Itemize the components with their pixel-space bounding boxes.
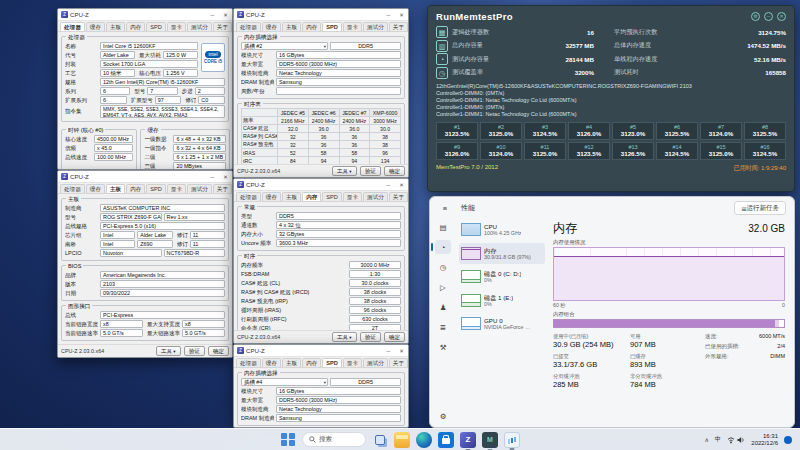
tab[interactable]: 处理器 (236, 22, 261, 31)
tab[interactable]: 主板 (282, 358, 301, 367)
menu-icon[interactable] (437, 201, 453, 215)
tab[interactable]: SPD (146, 22, 166, 31)
taskbar[interactable]: 搜索 ∧ 中 16:31 2022/12/6 (0, 428, 800, 450)
titlebar[interactable]: CPU-Z ─✕ (58, 9, 232, 21)
tab[interactable]: 显卡 (343, 192, 362, 201)
tools-button[interactable]: 工具 (332, 166, 357, 176)
tab[interactable]: 处理器 (236, 358, 261, 367)
tab[interactable]: 缓存 (86, 22, 105, 31)
tab[interactable]: 显卡 (167, 184, 186, 193)
settings-icon[interactable]: ⚙ (751, 12, 760, 21)
slot-select[interactable]: 插槽 #4 (241, 378, 328, 386)
tab[interactable]: SPD (322, 22, 342, 31)
performance-list-item[interactable]: 内存 30.9/31.8 GB (97%) (459, 243, 545, 265)
minimize-icon[interactable]: ─ (382, 179, 395, 191)
services-icon[interactable] (435, 340, 451, 354)
close-icon[interactable]: ✕ (219, 171, 232, 183)
start-button[interactable] (280, 432, 296, 448)
validate-button[interactable]: 验证 (360, 166, 381, 176)
tab[interactable]: 缓存 (262, 358, 281, 367)
cpuz-window-cpu[interactable]: CPU-Z ─✕ 处理器缓存主板内存SPD显卡测试分关于 处理器 名称Intel… (57, 8, 233, 170)
minimize-icon[interactable]: ─ (764, 12, 773, 21)
close-icon[interactable]: ✕ (395, 345, 408, 357)
tab[interactable]: 显卡 (343, 358, 362, 367)
close-icon[interactable]: ✕ (219, 9, 232, 21)
validate-button[interactable]: 验证 (184, 346, 205, 356)
tab[interactable]: 处理器 (60, 22, 85, 31)
tab[interactable]: 内存 (126, 22, 145, 31)
tab[interactable]: 关于 (213, 184, 232, 193)
tab[interactable]: 测试分 (363, 358, 388, 367)
tab[interactable]: 主板 (106, 22, 125, 31)
tab[interactable]: 内存 (302, 358, 321, 367)
tab[interactable]: 主板 (282, 22, 301, 31)
tab[interactable]: 显卡 (167, 22, 186, 31)
tab[interactable]: 内存 (126, 184, 145, 193)
performance-list-item[interactable]: CPU 100% 4.25 GHz (459, 219, 545, 241)
file-explorer-icon[interactable] (394, 432, 410, 448)
app-history-icon[interactable] (435, 260, 451, 274)
tab[interactable]: 关于 (389, 22, 408, 31)
close-icon[interactable]: ✕ (395, 179, 408, 191)
startup-apps-icon[interactable] (435, 280, 451, 294)
notification-badge[interactable] (784, 436, 792, 444)
minimize-icon[interactable]: ─ (382, 345, 395, 357)
tab[interactable]: 测试分 (363, 22, 388, 31)
tab[interactable]: 测试分 (187, 22, 212, 31)
minimize-icon[interactable]: ─ (206, 171, 219, 183)
minimize-icon[interactable]: ─ (206, 9, 219, 21)
tools-button[interactable]: 工具 (332, 332, 357, 342)
tab[interactable]: SPD (322, 192, 342, 201)
minimize-icon[interactable]: ─ (382, 9, 395, 21)
close-icon[interactable]: ✕ (777, 12, 786, 21)
titlebar[interactable]: CPU-Z ─✕ (234, 9, 408, 21)
tab[interactable]: 主板 (282, 192, 301, 201)
tab[interactable]: 测试分 (187, 184, 212, 193)
tab[interactable]: 处理器 (236, 192, 261, 201)
settings-icon[interactable] (435, 409, 451, 423)
users-icon[interactable] (435, 300, 451, 314)
tab[interactable]: 关于 (213, 22, 232, 31)
clock[interactable]: 16:31 2022/12/6 (751, 433, 778, 447)
titlebar[interactable]: CPU-Z ─✕ (234, 179, 408, 191)
ime-indicator[interactable]: 中 (715, 435, 722, 444)
wifi-volume-icons[interactable] (727, 435, 745, 445)
tab[interactable]: 缓存 (262, 22, 281, 31)
performance-list-item[interactable]: 磁盘 0 (C: D:) 0% (459, 266, 545, 288)
performance-list-item[interactable]: 磁盘 1 (E:) 0% (459, 290, 545, 312)
runmemtestpro-window[interactable]: RunMemtestPro ⚙ ─ ✕ 逻辑处理器数 16 平均预执行次数 31… (427, 5, 795, 192)
tab[interactable]: 内存 (302, 192, 321, 201)
processes-icon[interactable] (435, 220, 451, 234)
desktop-wallpaper[interactable]: CPU-Z ─✕ 处理器缓存主板内存SPD显卡测试分关于 处理器 名称Intel… (0, 0, 800, 450)
performance-icon[interactable] (435, 240, 451, 254)
cpuz-window-mainboard[interactable]: CPU-Z ─✕ 处理器缓存主板内存SPD显卡测试分关于 主板 制造商ASUST… (57, 170, 233, 358)
cpu-z-icon[interactable] (460, 432, 476, 448)
titlebar[interactable]: CPU-Z ─✕ (234, 345, 408, 357)
validate-button[interactable]: 验证 (360, 332, 381, 342)
memtest-icon[interactable] (482, 432, 498, 448)
tab[interactable]: 测试分 (363, 192, 388, 201)
tab[interactable]: 显卡 (343, 22, 362, 31)
details-icon[interactable] (435, 320, 451, 334)
tab[interactable]: 关于 (389, 192, 408, 201)
tab[interactable]: 缓存 (86, 184, 105, 193)
run-new-task-button[interactable]: 运行新任务 (734, 201, 786, 215)
tab[interactable]: 关于 (389, 358, 408, 367)
task-manager-window[interactable]: 性能 运行新任务 CPU 100% 4.25 GHz 内存 30.9/31.8 … (429, 196, 795, 428)
cpuz-window-spd-slot2[interactable]: CPU-Z ─✕ 处理器缓存主板内存SPD显卡测试分关于 内存插槽选择 插槽 #… (233, 8, 409, 178)
search-input[interactable]: 搜索 (302, 432, 366, 447)
ok-button[interactable]: 确定 (208, 346, 229, 356)
tab[interactable]: 缓存 (262, 192, 281, 201)
titlebar[interactable]: CPU-Z ─✕ (58, 171, 232, 183)
slot-select[interactable]: 插槽 #2 (241, 42, 328, 50)
tab[interactable]: 主板 (106, 184, 125, 193)
cpuz-window-memory[interactable]: CPU-Z ─✕ 处理器缓存主板内存SPD显卡测试分关于 常规 类型DDR5通道… (233, 178, 409, 344)
tray-overflow-icon[interactable]: ∧ (704, 436, 708, 443)
edge-icon[interactable] (416, 432, 432, 448)
close-icon[interactable]: ✕ (395, 9, 408, 21)
performance-list-item[interactable]: GPU 0 NVIDIA GeForce … (459, 313, 545, 335)
tab[interactable]: SPD (322, 358, 342, 367)
tab[interactable]: 内存 (302, 22, 321, 31)
tools-button[interactable]: 工具 (156, 346, 181, 356)
store-icon[interactable] (438, 432, 454, 448)
